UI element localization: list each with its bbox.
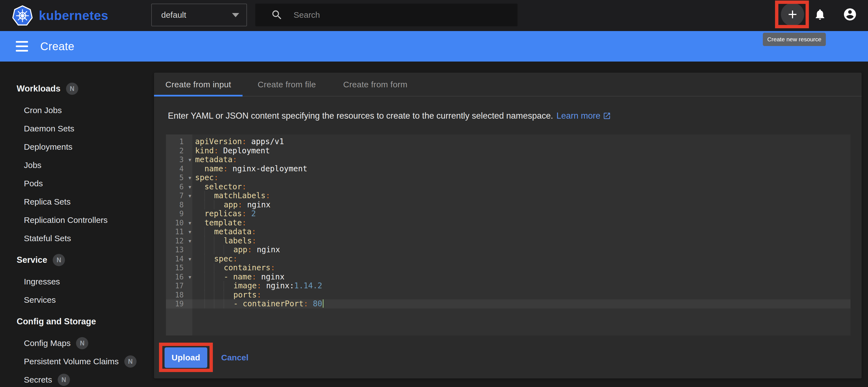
code-text: spec: xyxy=(192,254,850,263)
code-text: labels: xyxy=(192,237,850,246)
fold-caret-icon[interactable]: ▾ xyxy=(188,191,191,201)
upload-button[interactable]: Upload xyxy=(164,347,207,368)
notifications-button[interactable] xyxy=(814,8,826,21)
sidebar-item-stateful-sets[interactable]: Stateful Sets xyxy=(0,229,154,248)
code-text: image: nginx:1.14.2 xyxy=(192,281,850,290)
line-number: 11▾ xyxy=(166,227,192,237)
instruction-text: Enter YAML or JSON content specifying th… xyxy=(168,111,611,121)
search-bar[interactable] xyxy=(255,4,518,26)
sidebar-item-jobs[interactable]: Jobs xyxy=(0,156,154,174)
sidebar-item-secrets[interactable]: SecretsN xyxy=(0,371,154,387)
fold-caret-icon[interactable]: ▾ xyxy=(188,173,191,182)
editor-line: 12▾ labels: xyxy=(166,237,850,246)
search-input[interactable] xyxy=(293,10,504,20)
namespace-value: default xyxy=(161,10,186,20)
sidebar-section-service[interactable]: ServiceN xyxy=(0,251,154,269)
sidebar-item-daemon-sets[interactable]: Daemon Sets xyxy=(0,119,154,138)
line-number: 1 xyxy=(166,137,192,146)
fold-caret-icon[interactable]: ▾ xyxy=(188,227,191,237)
editor-line: 9 replicas: 2 xyxy=(166,209,850,218)
tab-row: Create from input Create from file Creat… xyxy=(154,73,862,97)
editor-line: 19 - containerPort: 80 xyxy=(166,300,850,309)
tab-create-from-file[interactable]: Create from file xyxy=(243,73,331,97)
item-label: Stateful Sets xyxy=(24,234,71,243)
learn-more-link[interactable]: Learn more xyxy=(556,111,611,121)
account-button[interactable] xyxy=(843,7,857,22)
editor-line: 7▾ matchLabels: xyxy=(166,191,850,201)
editor-line: 16▾ - name: nginx xyxy=(166,273,850,282)
code-text: - containerPort: 80 xyxy=(192,300,850,309)
namespace-selector[interactable]: default xyxy=(151,4,247,26)
search-icon xyxy=(271,9,283,21)
code-text: metadata: xyxy=(192,227,850,237)
section-label: Config and Storage xyxy=(17,317,96,326)
sidebar-item-persistent-volume-claims[interactable]: Persistent Volume ClaimsN xyxy=(0,352,154,371)
code-text: template: xyxy=(192,218,850,227)
brand[interactable]: kubernetes xyxy=(12,0,108,31)
chevron-down-icon xyxy=(232,13,239,17)
code-text: containers: xyxy=(192,263,850,273)
code-text: spec: xyxy=(192,173,850,182)
line-number: 3▾ xyxy=(166,155,192,165)
line-number: 7▾ xyxy=(166,191,192,201)
sidebar-item-config-maps[interactable]: Config MapsN xyxy=(0,334,154,352)
line-number: 17 xyxy=(166,281,192,290)
editor-lines: 1apiVersion: apps/v12kind: Deployment3▾m… xyxy=(166,135,850,336)
tab-create-from-form[interactable]: Create from form xyxy=(331,73,420,97)
create-new-resource-button[interactable] xyxy=(781,3,804,26)
page-title: Create xyxy=(40,31,74,62)
sidebar-item-deployments[interactable]: Deployments xyxy=(0,138,154,156)
fold-caret-icon[interactable]: ▾ xyxy=(188,254,191,263)
code-text: kind: Deployment xyxy=(192,146,850,155)
editor-line: 1apiVersion: apps/v1 xyxy=(166,137,850,146)
sidebar-section-config-and-storage[interactable]: Config and Storage xyxy=(0,312,154,331)
line-number: 15 xyxy=(166,263,192,273)
sidebar-item-replica-sets[interactable]: Replica Sets xyxy=(0,193,154,211)
yaml-editor[interactable]: 1apiVersion: apps/v12kind: Deployment3▾m… xyxy=(166,135,850,336)
fold-caret-icon[interactable]: ▾ xyxy=(188,155,191,165)
editor-line: 4 name: nginx-deployment xyxy=(166,165,850,174)
fold-caret-icon[interactable]: ▾ xyxy=(188,273,191,282)
line-number: 6▾ xyxy=(166,182,192,191)
line-number: 13 xyxy=(166,245,192,254)
code-text: app: nginx xyxy=(192,245,850,254)
sidebar-section-workloads[interactable]: WorkloadsN xyxy=(0,79,154,98)
item-label: Services xyxy=(24,295,56,305)
sidebar-item-pods[interactable]: Pods xyxy=(0,174,154,193)
item-label: Jobs xyxy=(24,161,41,170)
sidebar-item-replication-controllers[interactable]: Replication Controllers xyxy=(0,211,154,229)
item-label: Daemon Sets xyxy=(24,124,74,133)
sidebar-item-ingresses[interactable]: Ingresses xyxy=(0,273,154,291)
code-text: replicas: 2 xyxy=(192,209,850,218)
line-number: 2 xyxy=(166,146,192,155)
namespaced-badge: N xyxy=(58,374,70,386)
line-number: 14▾ xyxy=(166,254,192,263)
item-label: Secrets xyxy=(24,375,52,385)
code-text: - name: nginx xyxy=(192,273,850,282)
cancel-button[interactable]: Cancel xyxy=(221,353,248,362)
sidebar-item-cron-jobs[interactable]: Cron Jobs xyxy=(0,101,154,119)
code-text: metadata: xyxy=(192,155,850,165)
editor-line: 18 ports: xyxy=(166,290,850,300)
create-card: Create from input Create from file Creat… xyxy=(154,73,862,378)
editor-line: 10▾ template: xyxy=(166,218,850,227)
menu-button[interactable] xyxy=(16,40,28,52)
fold-caret-icon[interactable]: ▾ xyxy=(188,182,191,191)
line-number: 10▾ xyxy=(166,218,192,227)
code-text: name: nginx-deployment xyxy=(192,165,850,174)
line-number: 19 xyxy=(166,300,192,309)
fold-caret-icon[interactable]: ▾ xyxy=(188,237,191,246)
bell-icon xyxy=(814,8,826,21)
sidebar-item-services[interactable]: Services xyxy=(0,291,154,309)
code-text: selector: xyxy=(192,182,850,191)
fold-caret-icon[interactable]: ▾ xyxy=(188,218,191,227)
tab-create-from-input[interactable]: Create from input xyxy=(154,73,243,97)
section-label: Service xyxy=(17,255,47,265)
editor-line: 15 containers: xyxy=(166,263,850,273)
tooltip-create-new-resource: Create new resource xyxy=(763,33,826,46)
item-label: Config Maps xyxy=(24,339,70,348)
code-text: apiVersion: apps/v1 xyxy=(192,137,850,146)
section-label: Workloads xyxy=(17,84,61,94)
item-label: Replica Sets xyxy=(24,197,70,207)
line-number: 18 xyxy=(166,290,192,300)
